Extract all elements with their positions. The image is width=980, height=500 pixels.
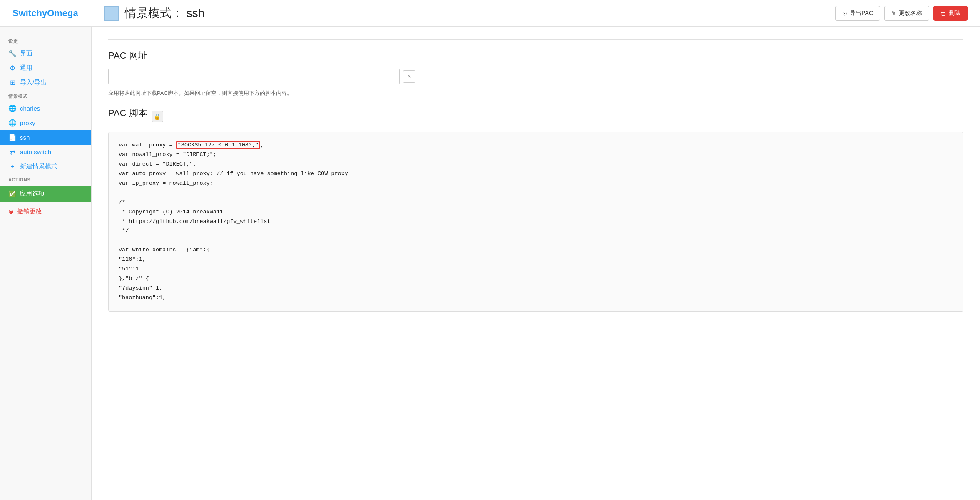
code-line-14: "51":1 [119, 265, 953, 274]
pac-script-title-row: PAC 脚本 🔒 [108, 107, 963, 126]
divider [108, 39, 963, 40]
code-line-17: "baozhuang":1, [119, 293, 953, 303]
header-center: 情景模式： ssh [104, 5, 835, 21]
lock-icon: 🔒 [154, 113, 161, 120]
file-icon-ssh: 📄 [8, 134, 17, 141]
sidebar-item-import-export[interactable]: ⊞ 导入/导出 [0, 75, 91, 90]
code-line-11 [119, 236, 953, 245]
pac-script-editor[interactable]: var wall_proxy = "SOCKS5 127.0.0.1:1080;… [108, 132, 963, 312]
code-line-7: /* [119, 198, 953, 208]
switch-icon: ⇄ [8, 148, 17, 156]
sidebar-item-ui[interactable]: 🔧 界面 [0, 46, 91, 61]
trash-icon: 🗑 [940, 10, 946, 17]
import-export-icon: ⊞ [8, 79, 17, 87]
code-line-9: * https://github.com/breakwa11/gfw_white… [119, 217, 953, 227]
main-content: PAC 网址 × 应用将从此网址下载PAC脚本。如果网址留空，则直接使用下方的脚… [92, 27, 980, 500]
sidebar-item-general[interactable]: ⚙ 通用 [0, 61, 91, 75]
sidebar-item-charles[interactable]: 🌐 charles [0, 101, 91, 116]
sidebar-item-new-profile[interactable]: + 新建情景模式... [0, 159, 91, 174]
code-line-8: * Copyright (C) 2014 breakwa11 [119, 208, 953, 217]
gear-icon: ⚙ [8, 64, 17, 72]
code-line-3: var direct = "DIRECT;"; [119, 160, 953, 169]
sidebar: 设定 🔧 界面 ⚙ 通用 ⊞ 导入/导出 情景模式 🌐 charles 🌐 pr… [0, 27, 92, 500]
sidebar-item-proxy[interactable]: 🌐 proxy [0, 116, 91, 130]
plus-icon: + [8, 163, 17, 171]
cancel-button[interactable]: ⊗ 撤销更改 [0, 203, 91, 220]
pac-url-title: PAC 网址 [108, 50, 963, 62]
code-line-10: */ [119, 226, 953, 236]
code-line-2: var nowall_proxy = "DIRECT;"; [119, 150, 953, 160]
layout: 设定 🔧 界面 ⚙ 通用 ⊞ 导入/导出 情景模式 🌐 charles 🌐 pr… [0, 27, 980, 500]
rename-button[interactable]: ✎ 更改名称 [884, 6, 929, 21]
sidebar-item-ssh[interactable]: 📄 ssh [0, 130, 91, 145]
header: SwitchyOmega 情景模式： ssh ⊙ 导出PAC ✎ 更改名称 🗑 … [0, 0, 980, 27]
code-line-1: var wall_proxy = "SOCKS5 127.0.0.1:1080;… [119, 141, 953, 150]
sidebar-item-auto-switch[interactable]: ⇄ auto switch [0, 145, 91, 159]
actions-section-label: ACTIONS [0, 174, 91, 184]
pac-url-hint: 应用将从此网址下载PAC脚本。如果网址留空，则直接使用下方的脚本内容。 [108, 89, 963, 97]
apply-button[interactable]: ✅ 应用选项 [0, 186, 91, 202]
highlighted-value: "SOCKS5 127.0.0.1:1080;" [176, 141, 260, 149]
profile-color-icon [104, 6, 119, 21]
pac-url-clear-button[interactable]: × [403, 70, 415, 83]
header-actions: ⊙ 导出PAC ✎ 更改名称 🗑 删除 [835, 6, 968, 21]
code-line-16: "7daysinn":1, [119, 284, 953, 293]
pac-url-input[interactable] [108, 69, 400, 84]
globe-icon-charles: 🌐 [8, 104, 17, 112]
cancel-circle-icon: ⊗ [8, 208, 14, 215]
logo: SwitchyOmega [12, 8, 104, 19]
code-line-15: },"biz":{ [119, 274, 953, 284]
lock-button[interactable]: 🔒 [152, 111, 163, 122]
profiles-section-label: 情景模式 [0, 90, 91, 101]
wrench-icon: 🔧 [8, 50, 17, 57]
settings-section-label: 设定 [0, 35, 91, 46]
code-line-4: var auto_proxy = wall_proxy; // if you h… [119, 169, 953, 179]
check-circle-icon: ✅ [8, 190, 16, 198]
export-icon: ⊙ [842, 10, 847, 17]
pac-script-title: PAC 脚本 [108, 107, 147, 119]
page-title: 情景模式： ssh [125, 5, 204, 21]
code-line-6 [119, 188, 953, 198]
export-pac-button[interactable]: ⊙ 导出PAC [835, 6, 880, 21]
code-line-12: var white_domains = {"am":{ [119, 245, 953, 255]
clear-icon: × [407, 73, 411, 80]
code-line-13: "126":1, [119, 255, 953, 265]
delete-button[interactable]: 🗑 删除 [933, 6, 968, 21]
edit-icon: ✎ [891, 10, 896, 17]
pac-url-row: × [108, 69, 963, 84]
code-line-5: var ip_proxy = nowall_proxy; [119, 179, 953, 188]
globe-icon-proxy: 🌐 [8, 119, 17, 127]
